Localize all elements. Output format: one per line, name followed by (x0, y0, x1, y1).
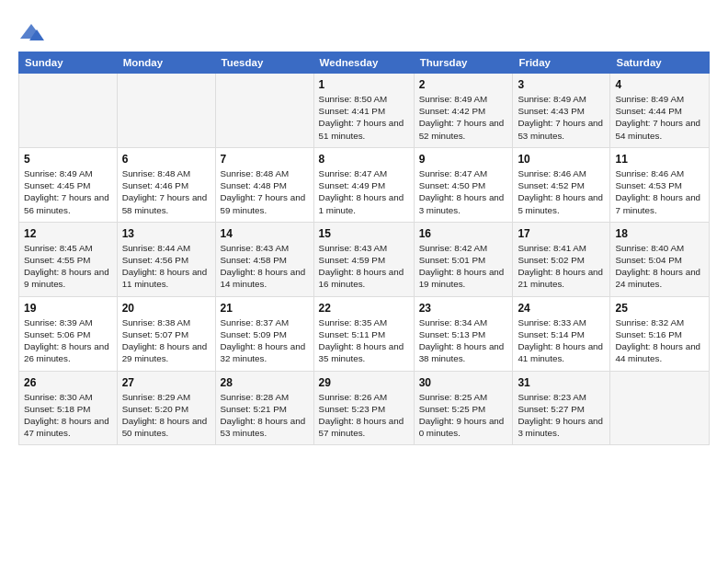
day-number: 29 (319, 376, 409, 389)
day-number: 1 (319, 78, 409, 91)
day-info: Sunrise: 8:26 AM Sunset: 5:23 PM Dayligh… (319, 391, 409, 440)
calendar-day-cell: 6Sunrise: 8:48 AM Sunset: 4:46 PM Daylig… (117, 147, 215, 222)
day-number: 14 (221, 227, 309, 240)
day-info: Sunrise: 8:40 AM Sunset: 5:04 PM Dayligh… (615, 242, 704, 291)
day-info: Sunrise: 8:50 AM Sunset: 4:41 PM Dayligh… (319, 93, 409, 142)
day-number: 9 (419, 153, 508, 166)
weekday-header-wednesday: Wednesday (313, 52, 414, 74)
day-number: 15 (319, 227, 409, 240)
day-info: Sunrise: 8:47 AM Sunset: 4:50 PM Dayligh… (419, 167, 508, 216)
calendar-day-cell: 19Sunrise: 8:39 AM Sunset: 5:06 PM Dayli… (19, 296, 118, 371)
calendar-day-cell: 8Sunrise: 8:47 AM Sunset: 4:49 PM Daylig… (313, 147, 414, 222)
calendar-table: SundayMondayTuesdayWednesdayThursdayFrid… (18, 52, 710, 445)
calendar-day-cell: 20Sunrise: 8:38 AM Sunset: 5:07 PM Dayli… (117, 296, 215, 371)
day-number: 24 (518, 302, 605, 315)
calendar-day-cell: 11Sunrise: 8:46 AM Sunset: 4:53 PM Dayli… (610, 147, 710, 222)
calendar-day-cell: 16Sunrise: 8:42 AM Sunset: 5:01 PM Dayli… (414, 222, 513, 296)
logo-icon (18, 20, 44, 46)
calendar-day-cell: 10Sunrise: 8:46 AM Sunset: 4:52 PM Dayli… (513, 147, 610, 222)
day-info: Sunrise: 8:28 AM Sunset: 5:21 PM Dayligh… (221, 391, 309, 440)
day-number: 20 (122, 302, 210, 315)
calendar-week-row: 26Sunrise: 8:30 AM Sunset: 5:18 PM Dayli… (19, 371, 710, 445)
calendar-day-cell: 27Sunrise: 8:29 AM Sunset: 5:20 PM Dayli… (117, 371, 215, 445)
day-info: Sunrise: 8:32 AM Sunset: 5:16 PM Dayligh… (615, 316, 704, 365)
day-number: 2 (419, 78, 508, 91)
calendar-day-cell: 31Sunrise: 8:23 AM Sunset: 5:27 PM Dayli… (513, 371, 610, 445)
day-info: Sunrise: 8:48 AM Sunset: 4:46 PM Dayligh… (122, 167, 210, 216)
day-info: Sunrise: 8:35 AM Sunset: 5:11 PM Dayligh… (319, 316, 409, 365)
weekday-header-saturday: Saturday (610, 52, 710, 74)
day-number: 13 (122, 227, 210, 240)
day-info: Sunrise: 8:33 AM Sunset: 5:14 PM Dayligh… (518, 316, 605, 365)
calendar-week-row: 5Sunrise: 8:49 AM Sunset: 4:45 PM Daylig… (19, 147, 710, 222)
calendar-day-cell: 23Sunrise: 8:34 AM Sunset: 5:13 PM Dayli… (414, 296, 513, 371)
calendar-day-cell: 3Sunrise: 8:49 AM Sunset: 4:43 PM Daylig… (513, 74, 610, 148)
day-number: 5 (24, 153, 112, 166)
calendar-day-cell: 22Sunrise: 8:35 AM Sunset: 5:11 PM Dayli… (313, 296, 414, 371)
day-number: 3 (518, 78, 605, 91)
calendar-day-cell: 24Sunrise: 8:33 AM Sunset: 5:14 PM Dayli… (513, 296, 610, 371)
day-number: 26 (24, 376, 112, 389)
day-number: 4 (615, 78, 704, 91)
day-number: 19 (24, 302, 112, 315)
calendar-day-cell: 14Sunrise: 8:43 AM Sunset: 4:58 PM Dayli… (215, 222, 313, 296)
day-info: Sunrise: 8:37 AM Sunset: 5:09 PM Dayligh… (221, 316, 309, 365)
weekday-header-friday: Friday (513, 52, 610, 74)
calendar-week-row: 1Sunrise: 8:50 AM Sunset: 4:41 PM Daylig… (19, 74, 710, 148)
day-info: Sunrise: 8:41 AM Sunset: 5:02 PM Dayligh… (518, 242, 605, 291)
calendar-day-cell: 4Sunrise: 8:49 AM Sunset: 4:44 PM Daylig… (610, 74, 710, 148)
day-info: Sunrise: 8:23 AM Sunset: 5:27 PM Dayligh… (518, 391, 605, 440)
calendar-day-cell: 5Sunrise: 8:49 AM Sunset: 4:45 PM Daylig… (19, 147, 118, 222)
calendar-day-cell: 13Sunrise: 8:44 AM Sunset: 4:56 PM Dayli… (117, 222, 215, 296)
calendar-day-cell: 1Sunrise: 8:50 AM Sunset: 4:41 PM Daylig… (313, 74, 414, 148)
calendar-day-cell: 30Sunrise: 8:25 AM Sunset: 5:25 PM Dayli… (414, 371, 513, 445)
day-number: 7 (221, 153, 309, 166)
day-number: 31 (518, 376, 605, 389)
calendar-day-cell: 25Sunrise: 8:32 AM Sunset: 5:16 PM Dayli… (610, 296, 710, 371)
calendar-day-cell: 29Sunrise: 8:26 AM Sunset: 5:23 PM Dayli… (313, 371, 414, 445)
day-info: Sunrise: 8:48 AM Sunset: 4:48 PM Dayligh… (221, 167, 309, 216)
logo (18, 20, 48, 46)
calendar-day-cell: 26Sunrise: 8:30 AM Sunset: 5:18 PM Dayli… (19, 371, 118, 445)
weekday-header-row: SundayMondayTuesdayWednesdayThursdayFrid… (19, 52, 710, 74)
day-info: Sunrise: 8:49 AM Sunset: 4:42 PM Dayligh… (419, 93, 508, 142)
weekday-header-monday: Monday (117, 52, 215, 74)
day-number: 12 (24, 227, 112, 240)
day-info: Sunrise: 8:49 AM Sunset: 4:45 PM Dayligh… (24, 167, 112, 216)
page: SundayMondayTuesdayWednesdayThursdayFrid… (0, 0, 728, 454)
day-number: 6 (122, 153, 210, 166)
day-number: 17 (518, 227, 605, 240)
header (18, 17, 710, 46)
empty-cell (215, 74, 313, 148)
day-number: 18 (615, 227, 704, 240)
calendar-week-row: 12Sunrise: 8:45 AM Sunset: 4:55 PM Dayli… (19, 222, 710, 296)
calendar-day-cell: 28Sunrise: 8:28 AM Sunset: 5:21 PM Dayli… (215, 371, 313, 445)
empty-cell (19, 74, 118, 148)
day-info: Sunrise: 8:42 AM Sunset: 5:01 PM Dayligh… (419, 242, 508, 291)
day-info: Sunrise: 8:39 AM Sunset: 5:06 PM Dayligh… (24, 316, 112, 365)
empty-cell (117, 74, 215, 148)
calendar-day-cell: 15Sunrise: 8:43 AM Sunset: 4:59 PM Dayli… (313, 222, 414, 296)
day-number: 22 (319, 302, 409, 315)
day-info: Sunrise: 8:25 AM Sunset: 5:25 PM Dayligh… (419, 391, 508, 440)
weekday-header-tuesday: Tuesday (215, 52, 313, 74)
day-info: Sunrise: 8:49 AM Sunset: 4:43 PM Dayligh… (518, 93, 605, 142)
day-number: 21 (221, 302, 309, 315)
calendar-day-cell: 12Sunrise: 8:45 AM Sunset: 4:55 PM Dayli… (19, 222, 118, 296)
empty-cell (610, 371, 710, 445)
day-info: Sunrise: 8:43 AM Sunset: 4:58 PM Dayligh… (221, 242, 309, 291)
day-info: Sunrise: 8:45 AM Sunset: 4:55 PM Dayligh… (24, 242, 112, 291)
weekday-header-sunday: Sunday (19, 52, 118, 74)
calendar-day-cell: 2Sunrise: 8:49 AM Sunset: 4:42 PM Daylig… (414, 74, 513, 148)
day-number: 16 (419, 227, 508, 240)
day-number: 23 (419, 302, 508, 315)
weekday-header-thursday: Thursday (414, 52, 513, 74)
day-info: Sunrise: 8:44 AM Sunset: 4:56 PM Dayligh… (122, 242, 210, 291)
calendar-day-cell: 21Sunrise: 8:37 AM Sunset: 5:09 PM Dayli… (215, 296, 313, 371)
day-number: 28 (221, 376, 309, 389)
calendar-day-cell: 9Sunrise: 8:47 AM Sunset: 4:50 PM Daylig… (414, 147, 513, 222)
calendar-week-row: 19Sunrise: 8:39 AM Sunset: 5:06 PM Dayli… (19, 296, 710, 371)
day-number: 25 (615, 302, 704, 315)
calendar-day-cell: 7Sunrise: 8:48 AM Sunset: 4:48 PM Daylig… (215, 147, 313, 222)
calendar-day-cell: 18Sunrise: 8:40 AM Sunset: 5:04 PM Dayli… (610, 222, 710, 296)
